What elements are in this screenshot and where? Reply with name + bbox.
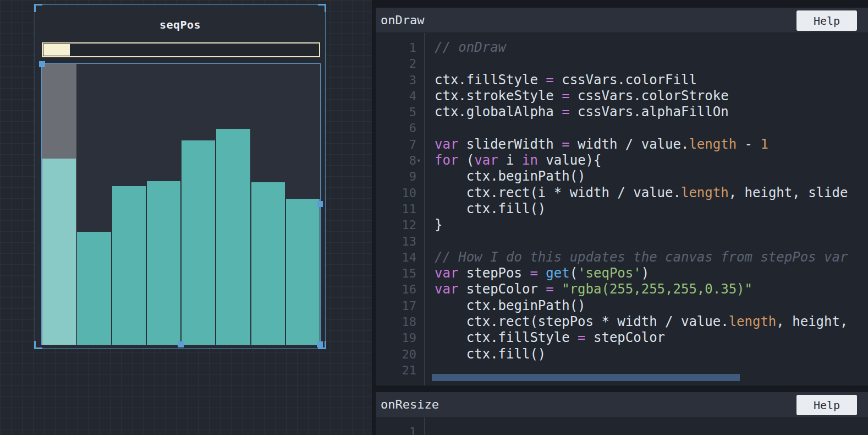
slider-fill — [43, 44, 70, 56]
line-number: 1 — [376, 424, 424, 435]
widget-title: seqPos — [35, 18, 325, 31]
code-line[interactable]: 9 ctx.beginPath() — [376, 168, 868, 184]
onresize-title: onResize — [376, 398, 439, 411]
code-text — [424, 424, 435, 435]
code-text: // How I do this updates the canvas from… — [424, 249, 848, 265]
code-text: // onDraw — [424, 40, 506, 56]
code-text: ctx.beginPath() — [424, 298, 586, 314]
multislider-column[interactable] — [251, 64, 285, 345]
code-line[interactable]: 17 ctx.beginPath() — [376, 298, 868, 314]
line-number: 16 — [376, 281, 424, 297]
code-line[interactable]: 13 — [376, 233, 868, 249]
code-line[interactable]: 18 ctx.rect(stepPos * width / value.leng… — [376, 314, 868, 330]
selection-corner-top-right — [318, 4, 326, 12]
code-line[interactable]: 16var stepColor = "rgba(255,255,255,0.35… — [376, 281, 868, 297]
bar[interactable] — [147, 181, 180, 345]
code-line[interactable]: 6 — [376, 120, 868, 136]
code-text — [424, 56, 435, 72]
code-line[interactable]: 8▾for (var i in value){ — [376, 153, 868, 168]
line-number: 9 — [376, 168, 424, 184]
line-number: 10 — [376, 185, 424, 201]
code-text — [424, 120, 435, 136]
code-text: for (var i in value){ — [424, 153, 601, 168]
code-line[interactable]: 19 ctx.fillStyle = stepColor — [376, 330, 868, 346]
ondraw-header: onDraw Help — [376, 8, 868, 33]
code-text — [424, 233, 435, 249]
multislider-canvas[interactable] — [42, 64, 320, 345]
line-number: 21 — [376, 362, 424, 378]
line-number: 20 — [376, 346, 424, 362]
line-number: 15 — [376, 265, 424, 281]
code-line[interactable]: 1// onDraw — [376, 40, 868, 56]
code-line[interactable]: 3ctx.fillStyle = cssVars.colorFill — [376, 72, 868, 88]
multislider-column[interactable] — [112, 64, 146, 345]
code-line[interactable]: 14// How I do this updates the canvas fr… — [376, 249, 868, 265]
bar[interactable] — [216, 129, 250, 345]
code-line[interactable]: 5ctx.globalAlpha = cssVars.alphaFillOn — [376, 104, 868, 120]
code-line[interactable]: 4ctx.strokeStyle = cssVars.colorStroke — [376, 88, 868, 104]
code-line[interactable]: 10 ctx.rect(i * width / value.length, he… — [376, 185, 868, 201]
onresize-help-button[interactable]: Help — [796, 395, 857, 415]
multislider-column[interactable] — [285, 64, 320, 345]
resize-handle-bottom-right[interactable] — [317, 341, 323, 347]
code-line[interactable]: 15var stepPos = get('seqPos') — [376, 265, 868, 281]
bar[interactable] — [251, 182, 285, 345]
ondraw-title: onDraw — [376, 13, 424, 27]
ondraw-help-button[interactable]: Help — [796, 10, 857, 31]
patcher-canvas[interactable]: seqPos — [0, 0, 372, 435]
selection-corner-bottom-left — [34, 341, 42, 349]
code-line[interactable]: 11 ctx.fill() — [376, 201, 868, 217]
code-text: ctx.fillStyle = stepColor — [424, 330, 665, 346]
code-line[interactable]: 20 ctx.fill() — [376, 346, 868, 362]
code-text: var stepColor = "rgba(255,255,255,0.35)" — [424, 281, 752, 297]
line-number: 11 — [376, 201, 424, 217]
line-number: 2 — [376, 56, 424, 72]
line-number: 12 — [376, 217, 424, 233]
horizontal-scrollbar[interactable] — [432, 374, 740, 381]
bar[interactable] — [112, 186, 146, 345]
multislider-column[interactable] — [42, 64, 76, 345]
code-text: ctx.fill() — [424, 201, 546, 217]
bar[interactable] — [286, 199, 320, 345]
code-text: var stepPos = get('seqPos') — [424, 265, 649, 281]
code-text: ctx.strokeStyle = cssVars.colorStroke — [424, 88, 729, 104]
code-line[interactable]: 7var sliderWidth = width / value.length … — [376, 137, 868, 153]
gutter-separator — [424, 33, 425, 385]
fold-marker-icon[interactable]: ▾ — [416, 153, 424, 168]
code-text: ctx.rect(stepPos * width / value.length,… — [424, 314, 848, 330]
step-highlight-overlay — [42, 64, 76, 345]
line-number: 19 — [376, 330, 424, 346]
line-number: 5 — [376, 104, 424, 120]
multislider-column[interactable] — [181, 64, 216, 345]
multislider-column[interactable] — [76, 64, 111, 345]
resize-handle-right-middle[interactable] — [317, 201, 323, 207]
line-number: 8▾ — [376, 153, 424, 168]
code-text: ctx.rect(i * width / value.length, heigh… — [424, 185, 848, 201]
seqpos-widget[interactable]: seqPos — [35, 4, 326, 349]
ondraw-code-editor[interactable]: 1// onDraw23ctx.fillStyle = cssVars.colo… — [376, 33, 868, 385]
line-number: 7 — [376, 137, 424, 153]
line-number: 18 — [376, 314, 424, 330]
code-line[interactable]: 2 — [376, 56, 868, 72]
line-number: 6 — [376, 120, 424, 136]
code-text: ctx.fill() — [424, 346, 546, 362]
resize-handle-bottom-middle[interactable] — [178, 341, 184, 347]
bar[interactable] — [182, 140, 215, 345]
multislider-column[interactable] — [146, 64, 181, 345]
code-line[interactable]: 1 — [376, 424, 868, 435]
line-number: 3 — [376, 72, 424, 88]
code-text: ctx.beginPath() — [424, 168, 586, 184]
line-number: 4 — [376, 88, 424, 104]
onresize-header: onResize Help — [376, 392, 868, 417]
multislider-column[interactable] — [216, 64, 250, 345]
line-number: 14 — [376, 249, 424, 265]
onresize-code-editor[interactable]: 1 — [376, 417, 868, 435]
seq-position-slider[interactable] — [42, 42, 320, 57]
bar[interactable] — [77, 232, 111, 345]
app-window: seqPos onDraw Help 1// onDraw23ctx.fillS… — [0, 0, 868, 435]
resize-handle-top-left[interactable] — [39, 61, 45, 67]
line-number: 13 — [376, 233, 424, 249]
code-line[interactable]: 12} — [376, 217, 868, 233]
code-text: var sliderWidth = width / value.length -… — [424, 137, 768, 153]
gutter-separator — [424, 417, 425, 435]
